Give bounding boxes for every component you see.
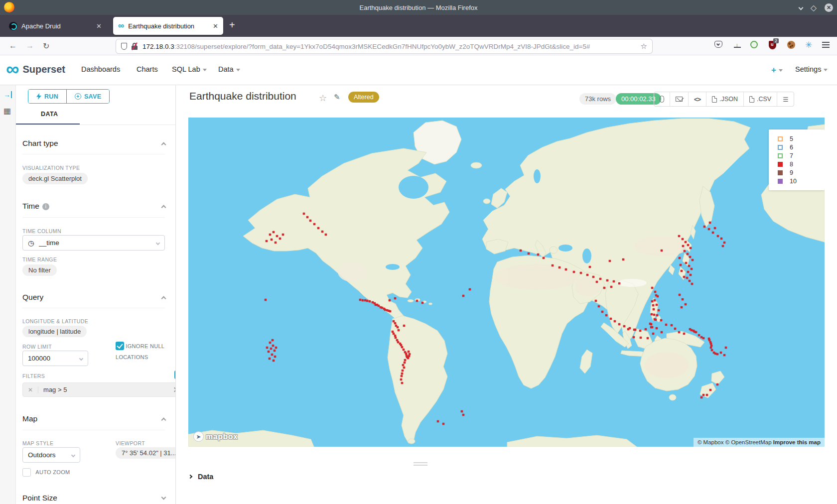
attribution-improve-link[interactable]: Improve this map — [773, 439, 821, 445]
chevron-down-icon — [71, 453, 75, 457]
extension-ring-icon[interactable] — [750, 41, 758, 48]
attribution-mapbox[interactable]: © Mapbox — [698, 439, 724, 445]
filters-label: FILTERS — [22, 373, 45, 379]
checkbox-unchecked-icon[interactable] — [22, 468, 31, 477]
back-button[interactable]: ← — [9, 41, 17, 50]
bookmark-star-icon[interactable]: ☆ — [641, 42, 647, 51]
dataset-grid-icon[interactable]: ▦ — [3, 106, 11, 116]
time-range-value[interactable]: No filter — [22, 264, 57, 276]
pocket-icon[interactable] — [714, 41, 722, 48]
minimize-icon[interactable] — [798, 5, 803, 10]
lonlat-value[interactable]: longitude | latitude — [22, 326, 87, 337]
viewport-value[interactable]: 7° 35' 54.02" | 31... — [116, 447, 176, 459]
edit-pencil-icon[interactable]: ✎ — [334, 93, 340, 102]
email-button[interactable] — [670, 92, 688, 106]
url-bar[interactable]: 172.18.0.3 :32108/superset/explore/?form… — [116, 39, 652, 53]
adblock-shield-icon[interactable]: u2 — [769, 41, 776, 49]
collapse-panel-icon[interactable]: → — [3, 91, 12, 98]
map-legend: 5678910 — [769, 129, 825, 190]
chevron-up-icon[interactable] — [161, 296, 166, 301]
section-query[interactable]: Query — [22, 293, 43, 302]
reload-button[interactable]: ↻ — [43, 41, 49, 51]
map-canvas[interactable]: 5678910 ➤ mapbox © Mapbox © OpenStreetMa… — [188, 118, 825, 447]
link-icon — [660, 96, 664, 103]
favorite-star-icon[interactable]: ☆ — [319, 93, 327, 104]
chevron-down-icon — [203, 69, 207, 71]
new-item-button[interactable]: + — [771, 65, 783, 75]
tab-data[interactable]: DATA — [41, 111, 58, 118]
panel-drag-handle[interactable] — [414, 462, 427, 466]
chevron-up-icon[interactable] — [161, 142, 166, 147]
insecure-lock-icon[interactable] — [132, 43, 138, 50]
extension-asterisk-icon[interactable]: ✳ — [805, 40, 812, 50]
more-options-icon[interactable]: ☰ — [777, 92, 794, 106]
browser-toolbar: ← → ↻ 172.18.0.3 :32108/superset/explore… — [0, 37, 837, 55]
chevron-down-icon[interactable] — [161, 495, 166, 500]
viz-type-value[interactable]: deck.gl Scatterplot — [22, 173, 88, 184]
maximize-icon[interactable]: ◇ — [811, 3, 817, 12]
legend-item[interactable]: 5 — [778, 134, 825, 143]
export-json-button[interactable]: .JSON — [706, 92, 743, 106]
nav-item-data[interactable]: Data — [218, 65, 240, 73]
chevron-down-icon — [236, 69, 240, 71]
nav-item-dashboards[interactable]: Dashboards — [81, 65, 120, 73]
checkbox-checked-icon[interactable] — [116, 342, 124, 350]
section-chart-type[interactable]: Chart type — [22, 139, 58, 148]
legend-item[interactable]: 9 — [778, 168, 825, 177]
altered-badge[interactable]: Altered — [348, 92, 379, 103]
tab-apache-druid[interactable]: Apache Druid ✕ — [4, 17, 107, 35]
superset-logo[interactable]: ∞ Superset — [6, 60, 65, 78]
chevron-up-icon[interactable] — [161, 205, 166, 210]
filter-chip[interactable]: ✕ mag > 5 — [22, 382, 176, 397]
embed-code-button[interactable]: <> — [688, 92, 706, 106]
tab-close-icon[interactable]: ✕ — [96, 22, 102, 30]
map-style-select[interactable]: Outdoors — [22, 447, 80, 463]
tab-earthquake-distribution[interactable]: ∞ Earthquake distribution ✕ — [113, 17, 223, 35]
chart-header: Earthquake distribution ☆ ✎ Altered 73k … — [176, 85, 837, 118]
section-time[interactable]: Timei — [22, 202, 49, 211]
legend-swatch-icon — [778, 136, 783, 141]
superset-navbar: ∞ Superset Dashboards Charts SQL Lab Dat… — [0, 55, 837, 85]
close-icon[interactable]: ✕ — [825, 3, 833, 12]
legend-item[interactable]: 10 — [778, 177, 825, 185]
mapbox-logo[interactable]: ➤ mapbox — [193, 431, 238, 442]
time-column-select[interactable]: ◷ __time — [22, 235, 165, 251]
code-icon: <> — [694, 96, 700, 103]
section-map[interactable]: Map — [22, 414, 37, 423]
legend-item[interactable]: 6 — [778, 143, 825, 151]
share-link-button[interactable] — [654, 92, 670, 106]
time-column-label: TIME COLUMN — [22, 228, 61, 234]
clock-icon: ◷ — [28, 239, 34, 247]
nav-item-charts[interactable]: Charts — [137, 65, 158, 73]
chevron-down-icon — [779, 69, 783, 72]
row-limit-select[interactable]: 100000 — [22, 351, 88, 366]
export-csv-button[interactable]: .CSV — [743, 92, 777, 106]
auto-zoom-checkbox[interactable]: AUTO ZOOM — [22, 468, 70, 477]
legend-swatch-icon — [778, 162, 783, 167]
run-button[interactable]: RUN — [28, 90, 66, 103]
legend-item[interactable]: 8 — [778, 160, 825, 168]
menu-icon[interactable] — [822, 44, 830, 45]
forward-button[interactable]: → — [26, 41, 34, 50]
new-tab-button[interactable]: + — [229, 19, 235, 31]
settings-menu[interactable]: Settings — [795, 65, 828, 73]
legend-swatch-icon — [778, 170, 783, 175]
chevron-up-icon[interactable] — [161, 418, 166, 423]
superset-favicon: ∞ — [118, 21, 124, 31]
tracking-shield-icon[interactable] — [121, 43, 127, 50]
chevron-right-icon — [188, 475, 192, 479]
remove-filter-icon[interactable]: ✕ — [23, 386, 38, 393]
legend-label: 9 — [790, 169, 793, 176]
ignore-null-checkbox[interactable]: IGNORE NULL LOCATIONS — [116, 341, 176, 363]
add-filter-button[interactable]: + — [174, 371, 176, 379]
attribution-osm[interactable]: © OpenStreetMap — [725, 439, 772, 445]
download-icon[interactable]: ↓ — [734, 41, 741, 48]
data-collapse-toggle[interactable]: Data — [189, 473, 213, 481]
cookie-icon[interactable] — [787, 41, 795, 49]
save-button[interactable]: + SAVE — [66, 90, 109, 103]
legend-item[interactable]: 7 — [778, 151, 825, 160]
tab-close-icon[interactable]: ✕ — [213, 22, 218, 30]
section-point-size[interactable]: Point Size — [22, 494, 57, 503]
nav-item-sql-lab[interactable]: SQL Lab — [172, 65, 207, 73]
druid-favicon — [9, 22, 17, 30]
